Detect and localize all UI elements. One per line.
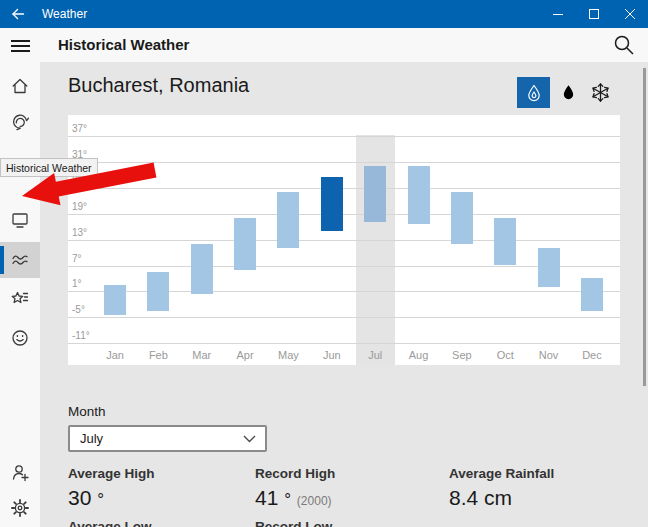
temp-range-bar-apr[interactable] <box>234 218 256 270</box>
y-axis-tick-label: 1° <box>72 278 82 289</box>
x-axis-month-label: Nov <box>531 349 567 361</box>
star-list-icon <box>10 289 30 309</box>
droplet-outline-icon <box>524 83 544 103</box>
temp-range-bar-mar[interactable] <box>191 244 213 294</box>
temperature-range-chart: 37°31°25°19°13°7°1°-5°-11°JanFebMarAprMa… <box>68 115 620 365</box>
y-axis-tick-label: -11° <box>72 330 90 341</box>
x-axis-month-label: Apr <box>227 349 263 361</box>
sidebar-item-places[interactable] <box>0 281 40 317</box>
droplet-filled-icon <box>560 83 577 102</box>
back-button[interactable] <box>0 0 36 28</box>
sidebar-item-home[interactable] <box>0 68 40 104</box>
temp-range-bar-oct[interactable] <box>494 218 516 265</box>
stat-record-low-clipped: Record Low <box>255 519 332 527</box>
chart-gridline <box>68 136 620 137</box>
x-axis-month-label: Feb <box>140 349 176 361</box>
toggle-rainfall[interactable] <box>552 77 585 108</box>
weather-app-window: Weather Historical Weather <box>0 0 648 527</box>
maximize-icon <box>589 9 599 19</box>
x-axis-month-label: Sep <box>444 349 480 361</box>
temp-range-bar-may[interactable] <box>277 192 299 248</box>
month-picker-label: Month <box>68 404 106 419</box>
hamburger-menu-button[interactable] <box>9 34 33 56</box>
stat-value: 8.4 cm <box>449 486 512 509</box>
x-axis-month-label: Jan <box>97 349 133 361</box>
chart-gridline <box>68 343 620 344</box>
wavy-chart-icon <box>10 250 30 270</box>
temp-range-bar-sep[interactable] <box>451 192 473 244</box>
person-add-icon <box>10 462 30 482</box>
back-arrow-icon <box>10 6 26 22</box>
month-dropdown-value: July <box>80 431 243 446</box>
stat-record-high: Record High 41 ° (2000) <box>255 466 335 510</box>
month-dropdown[interactable]: July <box>68 425 267 452</box>
window-titlebar: Weather <box>0 0 648 28</box>
close-button[interactable] <box>612 0 648 28</box>
stat-note: (2000) <box>297 494 332 508</box>
temp-range-bar-jun[interactable] <box>321 177 343 231</box>
chart-gridline <box>68 317 620 318</box>
snowflake-icon <box>589 81 612 104</box>
x-axis-month-label: Jul <box>357 349 393 361</box>
search-button[interactable] <box>612 33 638 59</box>
temp-range-bar-nov[interactable] <box>538 248 560 287</box>
maximize-button[interactable] <box>576 0 612 28</box>
y-axis-tick-label: 37° <box>72 123 87 134</box>
app-title: Weather <box>42 7 87 21</box>
stat-label: Average High <box>68 466 155 481</box>
vertical-scrollbar-thumb[interactable] <box>643 68 646 386</box>
close-icon <box>625 9 635 19</box>
temp-range-bar-dec[interactable] <box>581 278 603 310</box>
x-axis-month-label: Dec <box>574 349 610 361</box>
stat-label: Average Rainfall <box>449 466 554 481</box>
red-annotation-arrow <box>8 162 163 217</box>
sidebar-nav <box>0 62 40 527</box>
sidebar-item-settings[interactable] <box>0 490 40 526</box>
y-axis-tick-label: -5° <box>72 304 85 315</box>
toggle-snow[interactable] <box>584 77 617 108</box>
x-axis-month-label: Oct <box>487 349 523 361</box>
search-icon <box>612 33 636 57</box>
stat-value: 30 <box>68 486 91 509</box>
hurricane-swirl-icon <box>10 112 30 132</box>
sidebar-item-historical-weather[interactable] <box>0 242 40 278</box>
stat-value: 41 <box>255 486 278 509</box>
stat-average-rainfall: Average Rainfall 8.4 cm <box>449 466 554 510</box>
x-axis-month-label: Aug <box>401 349 437 361</box>
sidebar-item-feedback[interactable] <box>0 320 40 356</box>
y-axis-tick-label: 7° <box>72 253 82 264</box>
stat-unit: ° <box>97 490 104 509</box>
chart-gridline <box>68 240 620 241</box>
gear-icon <box>10 498 30 518</box>
minimize-icon <box>553 9 563 19</box>
stat-average-low-clipped: Average Low <box>68 519 152 527</box>
x-axis-month-label: May <box>270 349 306 361</box>
page-title: Historical Weather <box>58 36 189 53</box>
stat-unit: ° <box>284 490 291 509</box>
sidebar-item-maps[interactable] <box>0 104 40 140</box>
toggle-temperature[interactable] <box>517 77 550 108</box>
smiley-icon <box>10 328 30 348</box>
y-axis-tick-label: 13° <box>72 227 87 238</box>
stat-label: Record High <box>255 466 335 481</box>
chevron-down-icon <box>243 435 256 443</box>
temp-range-bar-jan[interactable] <box>104 285 126 315</box>
minimize-button[interactable] <box>540 0 576 28</box>
stat-average-high: Average High 30 ° <box>68 466 155 510</box>
x-axis-month-label: Jun <box>314 349 350 361</box>
temp-range-bar-jul[interactable] <box>364 166 386 222</box>
app-header: Historical Weather <box>0 28 648 62</box>
sidebar-item-sign-in[interactable] <box>0 454 40 490</box>
temp-range-bar-aug[interactable] <box>408 166 430 224</box>
selected-item-accent-bar <box>0 246 4 274</box>
location-title: Bucharest, Romania <box>68 74 249 97</box>
x-axis-month-label: Mar <box>184 349 220 361</box>
temp-range-bar-feb[interactable] <box>147 272 169 311</box>
home-icon <box>10 76 30 96</box>
